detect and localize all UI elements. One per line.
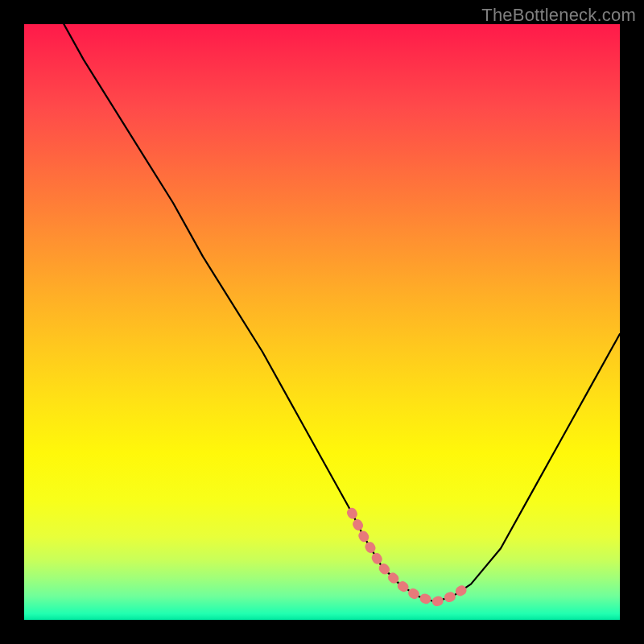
bottleneck-curve xyxy=(54,24,620,602)
curve-svg xyxy=(24,24,620,620)
watermark-label: TheBottleneck.com xyxy=(481,5,636,26)
plot-area xyxy=(24,24,620,620)
curve-marker-region xyxy=(352,513,471,602)
chart-frame: TheBottleneck.com xyxy=(0,0,644,644)
